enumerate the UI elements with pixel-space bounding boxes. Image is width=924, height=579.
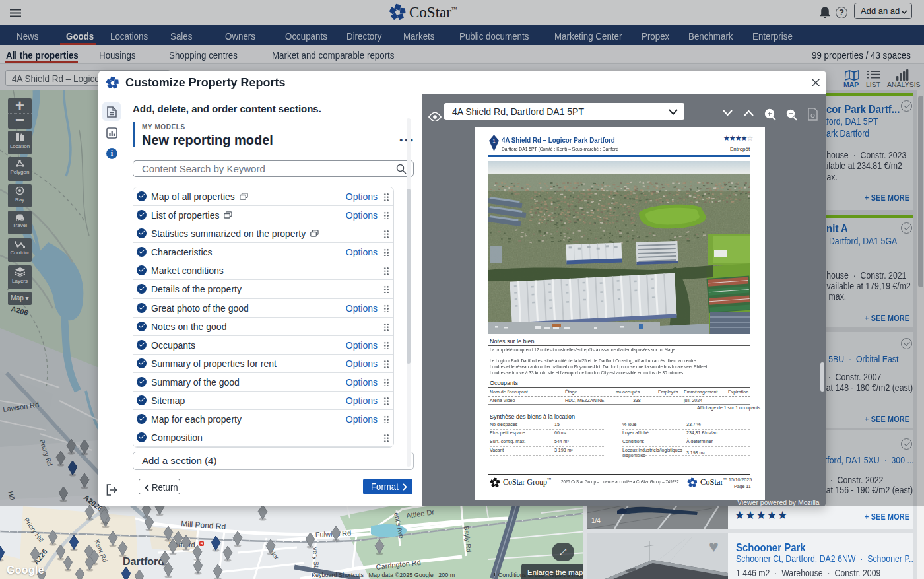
svg-text:1: 1 bbox=[492, 138, 496, 144]
svg-text:Dartford: Dartford bbox=[123, 556, 164, 567]
svg-text:very St: very St bbox=[312, 547, 320, 568]
